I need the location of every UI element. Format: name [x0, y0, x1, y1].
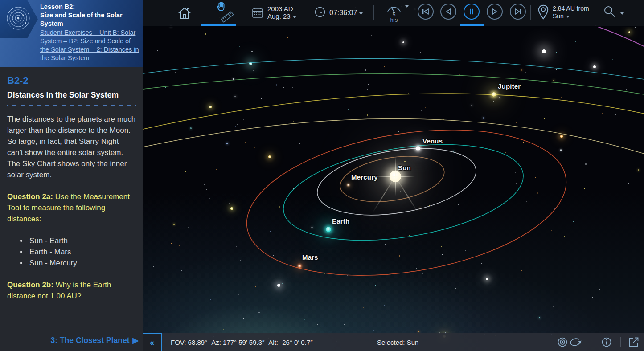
open-external-button[interactable]: [628, 336, 640, 350]
toolbar-divider: [599, 5, 599, 20]
planet-label-venus: Venus: [422, 137, 443, 145]
skip-to-end-button[interactable]: [510, 4, 526, 20]
active-playback-indicator: [460, 24, 484, 26]
location-origin: Sun: [553, 12, 564, 20]
breadcrumb[interactable]: Student Exercises – Unit B: Solar System…: [40, 29, 140, 62]
lesson-intro-text: The distances to the planets are much la…: [7, 114, 136, 180]
step-back-button[interactable]: [440, 4, 456, 20]
dropdown-arrow-icon: [566, 16, 570, 18]
outer-orbit-arc: [143, 94, 644, 129]
measurement-tool-button[interactable]: [220, 10, 235, 24]
question-2b: Question 2b: Why is the Earth distance n…: [7, 279, 136, 302]
outer-orbit-arc: [143, 74, 644, 94]
location-pin-icon: [537, 4, 550, 20]
solar-system-logo-icon: [3, 5, 35, 33]
orbit-earth: [277, 130, 530, 256]
time-step-unit: hrs: [384, 17, 404, 23]
target-icon: [557, 336, 568, 348]
pause-icon: [471, 9, 473, 14]
open-external-icon: [628, 336, 640, 348]
selected-label: Selected: Sun: [377, 339, 418, 346]
measurement-item: Sun - Mercury: [28, 257, 136, 269]
search-button[interactable]: [603, 4, 617, 19]
view-readout: FOV: 68.89° Az: 177° 59′ 59.3″ Alt: -26°…: [171, 333, 313, 351]
measurement-item: Sun - Earth: [28, 235, 136, 246]
home-icon: [176, 5, 193, 21]
date-day: Aug. 23: [267, 12, 291, 20]
az-readout: Az: 177° 59′ 59.3″: [211, 339, 264, 346]
orbit-view-button[interactable]: [569, 336, 582, 349]
search-icon: [603, 4, 617, 19]
planet-earth[interactable]: [326, 227, 331, 232]
calendar-icon: [251, 7, 264, 19]
fov-readout: FOV: 68.89°: [171, 339, 207, 346]
orbit-mars: [236, 109, 577, 296]
play-icon: [492, 9, 496, 14]
status-bar: « FOV: 68.89° Az: 177° 59′ 59.3″ Alt: -2…: [143, 333, 644, 351]
next-arrow-icon: ▶: [133, 336, 139, 345]
lesson-content: B2-2 Distances in the Solar System The d…: [0, 67, 143, 351]
dropdown-arrow-icon: [620, 12, 624, 15]
selected-tool-indicator: [201, 24, 236, 26]
step-back-icon: [447, 9, 451, 14]
lesson-logo: [0, 0, 38, 38]
outer-orbit-arc: [595, 26, 644, 46]
orbit-icon: [569, 336, 582, 348]
viewing-location-control[interactable]: 2.84 AU from Sun: [553, 5, 589, 20]
planet-label-earth: Earth: [332, 217, 349, 225]
toolbar-divider: [244, 5, 244, 20]
page-title: Distances in the Solar System: [7, 90, 136, 106]
measurement-item: Earth - Mars: [28, 246, 136, 257]
planet-label-jupiter: Jupiter: [498, 82, 521, 90]
dropdown-arrow-icon: [359, 12, 363, 15]
planet-mercury[interactable]: [347, 184, 349, 186]
lesson-code: B2-2: [7, 75, 136, 86]
skip-to-start-button[interactable]: [418, 4, 434, 20]
time-value: 07:36:07: [329, 9, 357, 16]
question-2b-label: Question 2b:: [7, 281, 53, 289]
outer-orbit-arc: [143, 119, 644, 154]
time-step-gauge-icon: [386, 3, 402, 12]
lesson-panel: Lesson B2: Size and Scale of the Solar S…: [0, 0, 143, 351]
collapse-panel-button[interactable]: «: [143, 333, 162, 351]
starry-night-app: SunMercuryVenusEarthMarsJupiter 2003 AD …: [0, 0, 644, 351]
location-distance: 2.84 AU from: [553, 5, 589, 12]
next-lesson-label: 3: The Closest Planet: [51, 336, 130, 345]
statusbar-divider: [620, 337, 621, 347]
date-year: 2003 AD: [267, 5, 296, 12]
next-lesson-link[interactable]: 3: The Closest Planet▶: [51, 336, 139, 345]
planet-venus[interactable]: [416, 146, 420, 151]
statusbar-divider: [550, 337, 550, 347]
question-2a: Question 2a: Use the Measurement Tool to…: [7, 191, 136, 224]
ruler-icon: [220, 10, 235, 24]
skip-start-icon: [424, 9, 428, 14]
time-control[interactable]: 07:36:07: [329, 9, 363, 17]
date-control[interactable]: 2003 AD Aug. 23: [267, 5, 296, 20]
pause-button[interactable]: [464, 4, 480, 20]
alt-readout: Alt: -26° 0′ 0.7″: [268, 339, 312, 346]
dropdown-arrow-icon: [405, 5, 409, 8]
question-2a-label: Question 2a:: [7, 192, 53, 201]
time-step-control[interactable]: 5 hrs: [384, 3, 404, 23]
info-button[interactable]: [601, 336, 612, 349]
selected-object-readout: Selected: Sun: [377, 333, 418, 351]
skip-end-icon: [515, 9, 519, 14]
planet-label-mars: Mars: [302, 253, 318, 261]
home-button[interactable]: [176, 5, 193, 21]
planet-label-mercury: Mercury: [351, 173, 378, 181]
center-target-button[interactable]: [557, 336, 568, 349]
toolbar-divider: [205, 5, 205, 20]
toolbar-divider: [414, 5, 414, 20]
dropdown-arrow-icon: [293, 16, 296, 18]
clock-icon: [314, 6, 326, 18]
lesson-name: Size and Scale of the Solar System: [40, 11, 140, 28]
planet-label-sun: Sun: [398, 164, 411, 171]
planet-jupiter[interactable]: [492, 92, 496, 97]
measurement-list: Sun - EarthEarth - MarsSun - Mercury: [7, 235, 136, 269]
main-toolbar: 2003 AD Aug. 23 07:36:07 5 hrs: [143, 0, 644, 27]
play-button[interactable]: [487, 4, 503, 20]
toolbar-divider: [373, 5, 374, 20]
toolbar-divider: [530, 5, 531, 20]
lesson-header: Lesson B2: Size and Scale of the Solar S…: [0, 0, 143, 67]
planet-mars[interactable]: [298, 265, 301, 268]
